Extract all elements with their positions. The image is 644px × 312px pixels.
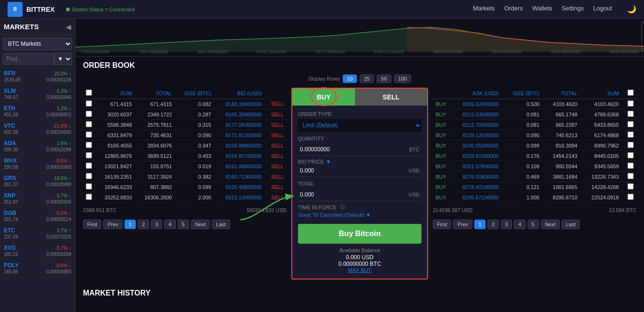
max-buy-link[interactable]: MAX BUY [298, 267, 421, 273]
ask-row-checkbox[interactable] [622, 182, 636, 192]
ask-page-5[interactable]: 5 [528, 220, 539, 229]
ask-action[interactable]: BUY [433, 99, 449, 109]
ask-action[interactable]: BUY [433, 172, 449, 182]
ask-action[interactable]: BUY [433, 120, 449, 130]
bid-action[interactable]: SELL [264, 151, 287, 161]
order-book-wrapper: SUM TOTAL SIZE (BTC) BID (USD) 671.4315 … [83, 88, 636, 279]
page-1[interactable]: 1 [124, 220, 136, 229]
nav-settings[interactable]: Settings [561, 5, 584, 14]
bid-price-dropdown-icon[interactable]: ▼ [326, 159, 331, 164]
display-rows-25[interactable]: 25 [360, 74, 374, 83]
ask-row-checkbox[interactable] [622, 99, 636, 109]
sidebar-coin-item[interactable]: DGB -0.2% ↓ 251.74 0.00000524 [0, 207, 75, 225]
page-3[interactable]: 3 [151, 220, 162, 229]
page-2[interactable]: 2 [138, 220, 149, 229]
select-all-asks[interactable] [627, 90, 634, 96]
ask-action[interactable]: BUY [433, 130, 449, 140]
bid-size: 0.453 [175, 151, 214, 161]
bid-price-input[interactable] [298, 164, 407, 177]
bid-action[interactable]: SELL [264, 172, 287, 182]
display-rows-50[interactable]: 50 [377, 74, 391, 83]
nav-logout[interactable]: Logout [593, 5, 612, 14]
ask-page-prev[interactable]: Prev [453, 220, 472, 229]
bid-row-checkbox[interactable] [83, 140, 95, 151]
bid-action[interactable]: SELL [264, 192, 287, 203]
sidebar-coin-item[interactable]: RFR 20.0% ↑ 1536.05 0.00000108 [0, 68, 75, 85]
ask-row-checkbox[interactable] [622, 130, 636, 140]
ask-page-1[interactable]: 1 [474, 220, 486, 229]
sidebar-coin-item[interactable]: XVG -0.7% ↓ 180.22 0.00000299 [0, 242, 75, 260]
sidebar-coin-item[interactable]: WAX -0.5% ↓ 290.59 0.00001660 [0, 155, 75, 172]
quantity-input[interactable] [298, 143, 407, 156]
sell-tab[interactable]: SELL [355, 89, 427, 106]
sidebar-coin-item[interactable]: GRS 18.6% ↑ 261.37 0.00008988 [0, 172, 75, 190]
ask-page-4[interactable]: 4 [514, 220, 525, 229]
sidebar-coin-item[interactable]: VTC -21.6% ↓ 432.08 0.00016600 [0, 120, 75, 138]
bid-action[interactable]: SELL [264, 140, 287, 151]
sidebar-coin-item[interactable]: ETC 3.7% ↑ 237.69 0.02073325 [0, 225, 75, 242]
ask-action[interactable]: BUY [433, 151, 449, 161]
bid-action[interactable]: SELL [264, 130, 287, 140]
bid-row-checkbox[interactable] [83, 161, 95, 172]
ask-action[interactable]: BUY [433, 192, 449, 203]
bid-row-checkbox[interactable] [83, 172, 95, 182]
ask-action[interactable]: BUY [433, 109, 449, 120]
buy-tab[interactable]: BUY [292, 89, 355, 106]
sidebar-coin-item[interactable]: ADA 1.6% ↑ 399.30 0.00002098 [0, 138, 75, 155]
time-in-force-dropdown-icon[interactable]: ▼ [366, 212, 371, 218]
page-next[interactable]: Next [191, 220, 210, 229]
page-first[interactable]: First [83, 220, 101, 229]
ask-page-first[interactable]: First [433, 220, 451, 229]
ask-row-checkbox[interactable] [622, 109, 636, 120]
ask-page-next[interactable]: Next [541, 220, 560, 229]
ask-row-checkbox[interactable] [622, 172, 636, 182]
nav-wallets[interactable]: Wallets [532, 5, 552, 14]
search-filter-select[interactable]: ▼ [54, 53, 72, 65]
bid-action[interactable]: SELL [264, 109, 287, 120]
sidebar-coin-item[interactable]: XRP 0.7% ↑ 251.87 0.00005606 [0, 190, 75, 207]
bid-row-checkbox[interactable] [83, 120, 95, 130]
bid-row-checkbox[interactable] [83, 151, 95, 161]
sidebar-coin-item[interactable]: XLM 6.3% ↑ 749.57 0.00003946 [0, 85, 75, 103]
ask-row-checkbox[interactable] [622, 161, 636, 172]
market-select[interactable]: BTC Markets ETH Markets USD Markets [3, 38, 72, 50]
display-rows-10[interactable]: 10 [343, 74, 357, 83]
ask-page-last[interactable]: Last [561, 220, 580, 229]
page-5[interactable]: 5 [178, 220, 189, 229]
bid-row-checkbox[interactable] [83, 182, 95, 192]
page-prev[interactable]: Prev [103, 220, 123, 229]
bid-action[interactable]: SELL [264, 182, 287, 192]
ask-action[interactable]: BUY [433, 161, 449, 172]
col-checkbox [83, 88, 95, 99]
ask-row-checkbox[interactable] [622, 120, 636, 130]
ask-row-checkbox[interactable] [622, 192, 636, 203]
nav-markets[interactable]: Markets [473, 5, 495, 14]
bid-action[interactable]: SELL [264, 161, 287, 172]
bid-size: 0.347 [175, 140, 214, 151]
sidebar-collapse-icon[interactable]: ◀ [66, 23, 71, 31]
sidebar-coin-item[interactable]: POLY -0.6% ↓ 165.85 0.00004880 [0, 260, 75, 277]
ask-page-2[interactable]: 2 [487, 220, 499, 229]
bid-row-checkbox[interactable] [83, 130, 95, 140]
bid-action[interactable]: SELL [264, 120, 287, 130]
bid-row-checkbox[interactable] [83, 109, 95, 120]
order-type-select[interactable]: Limit (Default) Market [298, 119, 421, 132]
page-4[interactable]: 4 [164, 220, 175, 229]
select-all-bids[interactable] [86, 90, 92, 96]
ask-action[interactable]: BUY [433, 140, 449, 151]
theme-toggle-icon[interactable]: 🌙 [627, 5, 636, 14]
ask-row-checkbox[interactable] [622, 140, 636, 151]
nav-orders[interactable]: Orders [504, 5, 523, 14]
page-last[interactable]: Last [212, 220, 230, 229]
bid-action[interactable]: SELL [264, 99, 287, 109]
sidebar-coin-item[interactable]: ETH 1.2% ↑ 451.28 0.05808852 [0, 103, 75, 120]
bid-row-checkbox[interactable] [83, 192, 95, 203]
ask-row-checkbox[interactable] [622, 151, 636, 161]
ask-page-3[interactable]: 3 [501, 220, 512, 229]
buy-bitcoin-button[interactable]: Buy Bitcoin [298, 224, 421, 244]
total-input[interactable] [298, 189, 407, 201]
display-rows-100[interactable]: 100 [394, 74, 411, 83]
bid-row-checkbox[interactable] [83, 99, 95, 109]
search-input[interactable] [3, 53, 54, 65]
ask-action[interactable]: BUY [433, 182, 449, 192]
